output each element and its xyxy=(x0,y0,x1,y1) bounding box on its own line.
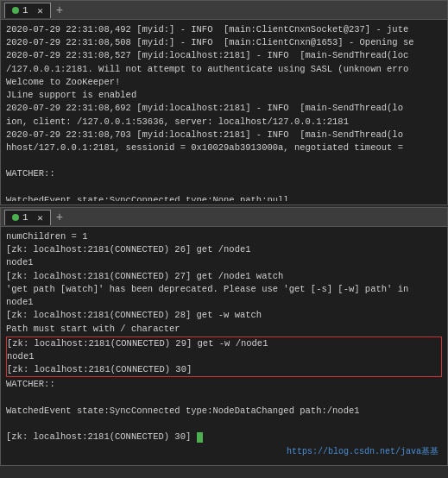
line-t1-5: Welcome to ZooKeeper! xyxy=(6,76,442,89)
terminal-window-1: 1 ✕ + 2020-07-29 22:31:08,492 [myid:] - … xyxy=(0,0,448,205)
line-t2-16: [zk: localhost:2181(CONNECTED) 30] xyxy=(6,431,442,443)
highlight-block-2: [zk: localhost:2181(CONNECTED) 29] get -… xyxy=(6,336,442,378)
line-t2-13 xyxy=(6,392,442,405)
terminal-window-2: 1 ✕ + numChildren = 1 [zk: localhost:218… xyxy=(0,207,448,466)
tab-bar-2[interactable]: 1 ✕ + xyxy=(1,208,447,227)
line-t2-11: [zk: localhost:2181(CONNECTED) 30] xyxy=(7,363,441,376)
line-t1-9: 2020-07-29 22:31:08,703 [myid:localhost:… xyxy=(6,129,442,142)
line-t1-1: 2020-07-29 22:31:08,492 [myid:] - INFO [… xyxy=(6,23,442,36)
tab-plus-2[interactable]: + xyxy=(56,211,63,224)
line-t2-14: WatchedEvent state:SyncConnected type:No… xyxy=(6,405,442,418)
line-t2-9: [zk: localhost:2181(CONNECTED) 29] get -… xyxy=(7,337,441,350)
tab-plus-1[interactable]: + xyxy=(56,3,63,17)
line-t1-12: WATCHER:: xyxy=(6,167,442,180)
tab-label-2: 1 xyxy=(22,212,28,223)
tab-1[interactable]: 1 ✕ xyxy=(4,3,51,18)
line-t1-3: 2020-07-29 22:31:08,527 [myid:localhost:… xyxy=(6,49,442,62)
line-t2-10: node1 xyxy=(7,350,441,363)
watermark: https://blog.csdn.net/java基基 xyxy=(6,444,442,461)
line-t1-10: hhost/127.0.0.1:2181, sessionid = 0x1002… xyxy=(6,142,442,154)
line-t2-7: [zk: localhost:2181(CONNECTED) 28] get -… xyxy=(6,309,442,322)
line-t1-4: /127.0.0.1:2181. Will not attempt to aut… xyxy=(6,63,442,76)
line-t1-8: ion, client: /127.0.0.1:53636, server: l… xyxy=(6,116,442,129)
line-t2-6: node1 xyxy=(6,296,442,309)
line-t1-11 xyxy=(6,154,442,167)
terminal-body-1: 2020-07-29 22:31:08,492 [myid:] - INFO [… xyxy=(1,20,447,201)
tab-2[interactable]: 1 ✕ xyxy=(4,210,51,225)
line-t2-2: [zk: localhost:2181(CONNECTED) 26] get /… xyxy=(6,243,442,256)
cursor xyxy=(197,432,203,443)
tab-dot-1 xyxy=(12,7,19,14)
line-t2-1: numChildren = 1 xyxy=(6,230,442,243)
line-t2-8: Path must start with / character xyxy=(6,323,442,336)
line-t1-13 xyxy=(6,181,442,194)
line-t2-3: node1 xyxy=(6,256,442,269)
line-t1-14: WatchedEvent state:SyncConnected type:No… xyxy=(6,194,442,201)
line-t1-7: 2020-07-29 22:31:08,692 [myid:localhost:… xyxy=(6,102,442,115)
line-t2-12: WATCHER:: xyxy=(6,378,442,391)
line-t1-2: 2020-07-29 22:31:08,508 [myid:] - INFO [… xyxy=(6,36,442,49)
terminal-body-2: numChildren = 1 [zk: localhost:2181(CONN… xyxy=(1,227,447,460)
line-t2-15 xyxy=(6,418,442,431)
tab-bar-1[interactable]: 1 ✕ + xyxy=(1,1,447,20)
tab-label-1: 1 xyxy=(22,5,28,16)
tab-dot-2 xyxy=(12,214,19,221)
line-t1-6: JLine support is enabled xyxy=(6,89,442,102)
line-t2-5: 'get path [watch]' has been deprecated. … xyxy=(6,283,442,296)
line-t2-4: [zk: localhost:2181(CONNECTED) 27] get /… xyxy=(6,270,442,283)
